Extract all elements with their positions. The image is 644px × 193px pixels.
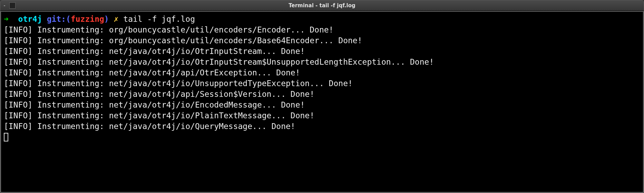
prompt-branch: fuzzing bbox=[71, 15, 104, 24]
terminal-output[interactable]: ➜ otr4j git:(fuzzing) ✗ tail -f jqf.log … bbox=[0, 11, 639, 193]
prompt-git-close: ) bbox=[104, 15, 109, 24]
log-line: [INFO] Instrumenting: net/java/otr4j/io/… bbox=[4, 121, 636, 132]
scrollbar-thumb[interactable] bbox=[639, 12, 643, 40]
log-line: [INFO] Instrumenting: net/java/otr4j/io/… bbox=[4, 78, 636, 89]
minimize-button[interactable]: ‐ bbox=[2, 3, 7, 8]
titlebar-controls: ‐ bbox=[2, 2, 16, 9]
log-line: [INFO] Instrumenting: net/java/otr4j/io/… bbox=[4, 100, 636, 110]
log-lines: [INFO] Instrumenting: org/bouncycastle/u… bbox=[4, 25, 636, 132]
log-line: [INFO] Instrumenting: net/java/otr4j/io/… bbox=[4, 57, 636, 67]
log-line: [INFO] Instrumenting: net/java/otr4j/api… bbox=[4, 67, 636, 78]
log-line: [INFO] Instrumenting: org/bouncycastle/u… bbox=[4, 35, 636, 46]
terminal-window: ‐ Terminal - tail -f jqf.log ➜ otr4j git… bbox=[0, 0, 644, 193]
log-line: [INFO] Instrumenting: net/java/otr4j/io/… bbox=[4, 46, 636, 57]
window-titlebar[interactable]: ‐ Terminal - tail -f jqf.log bbox=[0, 0, 644, 11]
prompt-command: tail -f jqf.log bbox=[123, 15, 195, 24]
log-line: [INFO] Instrumenting: org/bouncycastle/u… bbox=[4, 25, 636, 35]
prompt-git-label: git:( bbox=[47, 15, 71, 24]
prompt-line: ➜ otr4j git:(fuzzing) ✗ tail -f jqf.log bbox=[4, 15, 195, 24]
app-icon bbox=[9, 2, 16, 9]
prompt-dirty-icon: ✗ bbox=[114, 15, 119, 24]
prompt-dir: otr4j bbox=[18, 15, 42, 24]
terminal-cursor bbox=[4, 133, 8, 141]
log-line: [INFO] Instrumenting: net/java/otr4j/api… bbox=[4, 89, 636, 100]
scrollbar[interactable] bbox=[639, 11, 644, 193]
prompt-arrow: ➜ bbox=[4, 15, 9, 24]
window-title: Terminal - tail -f jqf.log bbox=[0, 2, 644, 9]
terminal-area: ➜ otr4j git:(fuzzing) ✗ tail -f jqf.log … bbox=[0, 11, 644, 193]
log-line: [INFO] Instrumenting: net/java/otr4j/io/… bbox=[4, 110, 636, 121]
